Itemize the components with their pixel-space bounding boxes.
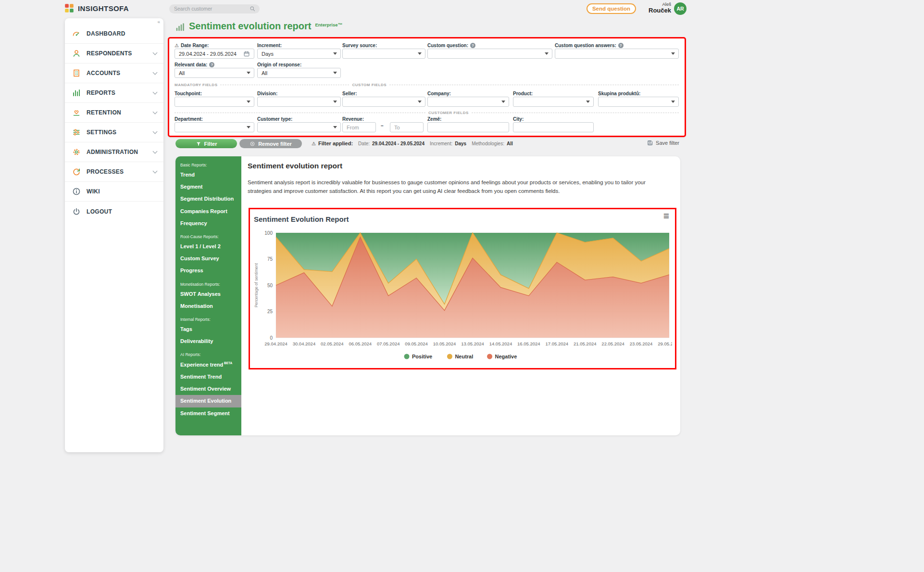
chevron-down-icon bbox=[418, 52, 422, 55]
avatar[interactable]: AR bbox=[674, 2, 687, 15]
sidebar-item-label: RETENTION bbox=[87, 109, 153, 116]
svg-text:100: 100 bbox=[264, 230, 273, 236]
svg-text:14.05.2024: 14.05.2024 bbox=[489, 341, 512, 346]
help-icon[interactable] bbox=[209, 62, 214, 67]
report-nav-deliverability[interactable]: Deliverability bbox=[175, 335, 241, 347]
chart-menu-icon[interactable]: ≡ bbox=[663, 211, 669, 221]
filter-action-bar: Filter Remove filter ⚠ Filter applied: D… bbox=[175, 139, 680, 149]
report-nav-monetisation[interactable]: Monetisation bbox=[175, 300, 241, 312]
remove-filter-button[interactable]: Remove filter bbox=[239, 139, 302, 148]
svg-text:29.04.2024: 29.04.2024 bbox=[264, 341, 287, 346]
country-label: Země: bbox=[427, 116, 441, 122]
svg-text:23.05.2024: 23.05.2024 bbox=[630, 341, 653, 346]
report-nav-sentiment-segment[interactable]: Sentiment Segment bbox=[175, 407, 241, 419]
report-nav-custom-survey[interactable]: Custom Survey bbox=[175, 253, 241, 265]
custom-question-answers-label: Custom question answers: bbox=[555, 43, 624, 48]
help-icon[interactable] bbox=[470, 43, 475, 48]
save-icon bbox=[647, 140, 653, 146]
product-label: Product: bbox=[513, 91, 533, 96]
division-label: Division: bbox=[257, 91, 277, 96]
report-nav-segment-distribution[interactable]: Segment Distribution bbox=[175, 193, 241, 205]
report-nav-progress[interactable]: Progress bbox=[175, 265, 241, 277]
report-nav-companies-report[interactable]: Companies Report bbox=[175, 205, 241, 217]
report-nav-trend[interactable]: Trend bbox=[175, 169, 241, 181]
sidebar-item-administration[interactable]: ADMINISTRATION bbox=[65, 142, 163, 162]
division-select[interactable] bbox=[257, 97, 341, 107]
touchpoint-select[interactable] bbox=[175, 97, 254, 107]
svg-text:30.04.2024: 30.04.2024 bbox=[293, 341, 316, 346]
filter-applied-summary: ⚠ Filter applied: Date:29.04.2024 - 29.0… bbox=[312, 140, 516, 146]
logo[interactable]: INSIGHTSOFA bbox=[64, 3, 129, 13]
send-question-button[interactable]: Send question bbox=[587, 3, 636, 14]
seller-select[interactable] bbox=[342, 97, 425, 107]
save-filter-button[interactable]: Save filter bbox=[647, 140, 679, 146]
sidebar-item-label: ACCOUNTS bbox=[87, 70, 153, 76]
department-select[interactable] bbox=[175, 122, 254, 132]
report-nav-tags[interactable]: Tags bbox=[175, 323, 241, 335]
product-select[interactable] bbox=[513, 97, 594, 107]
sidebar-item-settings[interactable]: SETTINGS bbox=[65, 123, 163, 142]
origin-of-response-label: Origin of response: bbox=[257, 62, 301, 67]
report-nav-sentiment-evolution[interactable]: Sentiment Evolution bbox=[175, 395, 241, 407]
report-card: Basic Reports:TrendSegmentSegment Distri… bbox=[175, 156, 680, 435]
report-heading: Sentiment evolution report bbox=[248, 162, 342, 170]
warning-icon: ⚠ bbox=[175, 43, 179, 48]
customer-type-label: Customer type: bbox=[257, 116, 292, 122]
report-group-title: Internal Reports: bbox=[175, 312, 241, 323]
report-group-title: Root-Cause Reports: bbox=[175, 229, 241, 241]
remove-circle-icon bbox=[250, 141, 255, 147]
sidebar-item-dashboard[interactable]: DASHBOARD bbox=[65, 24, 163, 44]
report-nav-segment[interactable]: Segment bbox=[175, 181, 241, 193]
custom-question-select[interactable] bbox=[427, 49, 552, 59]
sidebar-item-logout[interactable]: LOGOUT bbox=[65, 202, 163, 221]
report-nav-frequency[interactable]: Frequency bbox=[175, 217, 241, 229]
sidebar-item-retention[interactable]: RETENTION bbox=[65, 103, 163, 123]
sidebar: « DASHBOARDRESPONDENTSACCOUNTSREPORTSRET… bbox=[65, 18, 163, 452]
svg-text:07.05.2024: 07.05.2024 bbox=[377, 341, 400, 346]
country-input[interactable] bbox=[427, 122, 509, 132]
svg-text:Percentage of sentiment: Percentage of sentiment bbox=[254, 263, 259, 307]
city-input[interactable] bbox=[513, 122, 594, 132]
sidebar-item-label: RESPONDENTS bbox=[87, 50, 153, 57]
svg-text:Neutral: Neutral bbox=[455, 354, 473, 359]
sidebar-item-respondents[interactable]: RESPONDENTS bbox=[65, 44, 163, 64]
search-icon[interactable] bbox=[249, 5, 256, 12]
revenue-from-input[interactable] bbox=[342, 122, 376, 132]
chevron-down-icon bbox=[153, 109, 158, 114]
heart-hand-icon bbox=[72, 108, 81, 117]
chevron-down-icon bbox=[247, 101, 250, 103]
relevant-data-select[interactable]: All bbox=[175, 68, 254, 78]
customer-type-select[interactable] bbox=[257, 122, 341, 132]
report-nav-swot-analyses[interactable]: SWOT Analyses bbox=[175, 288, 241, 300]
custom-question-answers-select[interactable] bbox=[555, 49, 679, 59]
sidebar-item-wiki[interactable]: WIKI bbox=[65, 182, 163, 202]
sidebar-item-accounts[interactable]: ACCOUNTS bbox=[65, 64, 163, 83]
help-icon[interactable] bbox=[618, 43, 624, 48]
refresh-icon bbox=[72, 167, 81, 177]
beta-badge: BETA bbox=[223, 361, 232, 365]
department-label: Department: bbox=[175, 116, 203, 122]
gear-icon bbox=[72, 147, 81, 157]
date-range-input[interactable]: 29.04.2024 - 29.05.2024 bbox=[175, 49, 254, 59]
survey-source-select[interactable] bbox=[342, 49, 425, 59]
report-nav-sentiment-overview[interactable]: Sentiment Overview bbox=[175, 383, 241, 395]
sidebar-item-processes[interactable]: PROCESSES bbox=[65, 162, 163, 182]
origin-of-response-select[interactable]: All bbox=[257, 68, 341, 78]
product-group-label: Skupina produktů: bbox=[598, 91, 640, 96]
report-nav-experience-trend[interactable]: Experience trend BETA bbox=[175, 358, 241, 371]
date-range-label: ⚠Date Range: bbox=[175, 43, 209, 48]
product-group-select[interactable] bbox=[598, 97, 679, 107]
gauge-icon bbox=[72, 29, 81, 38]
search-input[interactable] bbox=[169, 4, 260, 13]
svg-text:17.05.2024: 17.05.2024 bbox=[546, 341, 569, 346]
sidebar-item-reports[interactable]: REPORTS bbox=[65, 83, 163, 103]
increment-select[interactable]: Days bbox=[257, 49, 341, 59]
revenue-to-input[interactable] bbox=[390, 122, 424, 132]
report-nav-level-1-level-2[interactable]: Level 1 / Level 2 bbox=[175, 241, 241, 253]
company-select[interactable] bbox=[427, 97, 509, 107]
power-icon bbox=[72, 207, 81, 216]
svg-text:Negative: Negative bbox=[495, 354, 517, 359]
report-nav-sentiment-trend[interactable]: Sentiment Trend bbox=[175, 371, 241, 383]
company-label: Company: bbox=[427, 91, 451, 96]
filter-button[interactable]: Filter bbox=[175, 139, 237, 148]
